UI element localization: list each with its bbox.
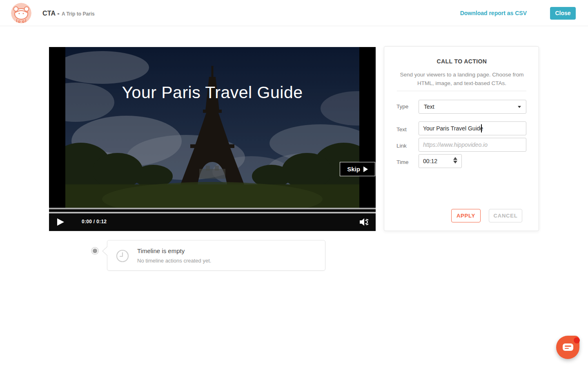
skip-label: Skip <box>347 166 360 173</box>
top-header: CTA - A Trip to Paris Download report as… <box>0 0 588 26</box>
speaker-icon <box>359 217 368 227</box>
panel-description-line2: HTML, image, and text-based CTAs. <box>396 79 527 88</box>
timeline-bullet <box>91 247 99 255</box>
stepper-up-icon[interactable] <box>453 157 457 160</box>
volume-button[interactable] <box>359 217 368 227</box>
type-label: Type <box>396 103 408 110</box>
clock-icon <box>116 249 129 263</box>
timeline-empty-card: Timeline is empty No timeline actions cr… <box>107 240 325 271</box>
skip-button[interactable]: Skip <box>340 162 375 176</box>
cancel-button[interactable]: CANCEL <box>489 209 522 222</box>
chevron-down-icon <box>518 106 521 108</box>
time-display: 0:00 / 0:12 <box>82 219 107 224</box>
hippo-logo <box>11 3 31 23</box>
time-field <box>419 154 462 168</box>
notification-dot <box>574 337 580 343</box>
chat-bubble-icon <box>563 343 573 351</box>
text-input[interactable] <box>419 121 526 135</box>
video-name: A Trip to Paris <box>62 11 95 17</box>
play-triangle-icon <box>363 166 368 172</box>
link-label: Link <box>396 143 407 149</box>
download-csv-link[interactable]: Download report as CSV <box>460 10 527 16</box>
panel-title: CALL TO ACTION <box>384 58 539 65</box>
divider <box>397 91 526 91</box>
link-input[interactable] <box>419 138 526 152</box>
type-select-value: Text <box>424 103 434 110</box>
time-stepper[interactable] <box>453 157 457 164</box>
timeline-empty-title: Timeline is empty <box>137 247 185 254</box>
seek-bar[interactable] <box>49 208 376 209</box>
close-button[interactable]: Close <box>550 7 576 20</box>
breadcrumb: CTA - A Trip to Paris <box>42 0 95 26</box>
time-input[interactable] <box>419 158 442 164</box>
header-actions: Download report as CSV Close <box>460 0 576 26</box>
play-button[interactable] <box>57 218 66 226</box>
panel-description-line1: Send your viewers to a landing page. Cho… <box>396 70 527 79</box>
play-icon <box>57 218 64 226</box>
time-label: Time <box>396 159 409 165</box>
paris-video-still <box>65 47 359 208</box>
apply-button[interactable]: APPLY <box>451 209 481 222</box>
hippo-logo-icon <box>11 3 31 23</box>
stepper-down-icon[interactable] <box>453 161 457 164</box>
page-title: CTA - <box>42 10 60 17</box>
video-player: Your Paris Travel Guide Skip 0:00 / 0:12 <box>49 47 376 231</box>
video-scene <box>65 47 359 208</box>
player-controls: 0:00 / 0:12 <box>49 213 376 231</box>
page: CTA - A Trip to Paris Download report as… <box>0 0 588 368</box>
text-label: Text <box>396 126 407 132</box>
video-title-overlay: Your Paris Travel Guide <box>49 83 376 102</box>
timeline-empty-subtitle: No timeline actions created yet. <box>137 258 211 264</box>
card-tail <box>102 246 107 256</box>
cta-panel: CALL TO ACTION Send your viewers to a la… <box>384 46 539 231</box>
panel-description: Send your viewers to a landing page. Cho… <box>396 70 527 88</box>
type-select[interactable]: Text <box>419 100 526 114</box>
text-cursor <box>481 124 482 132</box>
